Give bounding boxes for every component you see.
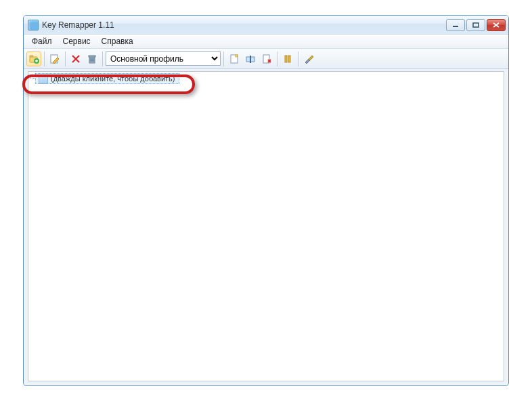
tools-icon <box>304 54 313 64</box>
separator <box>298 51 298 66</box>
maximize-button[interactable] <box>466 19 485 31</box>
delete-button[interactable] <box>68 51 83 66</box>
edit-icon <box>49 54 60 64</box>
svg-rect-12 <box>89 56 95 57</box>
delete-x-icon <box>71 54 81 64</box>
settings-button[interactable] <box>301 51 316 66</box>
window-title: Key Remapper 1.11 <box>42 20 446 30</box>
separator <box>277 51 278 66</box>
pause-button[interactable] <box>280 51 295 66</box>
window-controls <box>446 19 506 31</box>
svg-rect-24 <box>288 56 290 62</box>
separator <box>102 51 103 66</box>
svg-rect-1 <box>473 23 479 27</box>
rename-profile-button[interactable] <box>243 51 258 66</box>
toolbar: Основной профиль <box>24 49 508 69</box>
delete-profile-button[interactable] <box>259 51 274 66</box>
menubar: Файл Сервис Справка <box>24 35 508 49</box>
separator <box>223 51 224 66</box>
close-button[interactable] <box>487 19 506 31</box>
rename-icon <box>246 54 255 64</box>
trash-button[interactable] <box>85 51 99 66</box>
main-list-area: (дважды кликните, чтобы добавить) <box>28 71 504 381</box>
menu-service[interactable]: Сервис <box>58 35 96 48</box>
minimize-button[interactable] <box>446 19 465 31</box>
add-item-row[interactable]: (дважды кликните, чтобы добавить) <box>35 73 179 84</box>
menu-help[interactable]: Справка <box>96 35 139 48</box>
trash-icon <box>87 54 97 64</box>
separator <box>65 51 66 66</box>
add-folder-button[interactable] <box>26 51 41 66</box>
minimize-icon <box>452 22 459 28</box>
menu-file[interactable]: Файл <box>26 35 58 48</box>
titlebar: Key Remapper 1.11 <box>24 16 508 35</box>
pause-icon <box>283 54 292 64</box>
new-profile-button[interactable] <box>227 51 242 66</box>
app-window: Key Remapper 1.11 Файл Сервис Справка <box>23 15 509 386</box>
close-icon <box>493 22 500 28</box>
app-icon <box>28 20 39 30</box>
svg-rect-17 <box>236 55 238 57</box>
folder-add-icon <box>28 54 39 64</box>
svg-rect-19 <box>250 56 251 63</box>
tree-connector <box>30 78 35 79</box>
svg-rect-23 <box>285 56 287 62</box>
profile-select[interactable]: Основной профиль <box>106 51 221 66</box>
edit-button[interactable] <box>47 51 62 66</box>
separator <box>44 51 45 66</box>
maximize-icon <box>472 22 479 28</box>
new-doc-icon <box>229 54 239 64</box>
add-item-hint: (дважды кликните, чтобы добавить) <box>51 75 175 83</box>
doc-delete-icon <box>262 54 271 64</box>
